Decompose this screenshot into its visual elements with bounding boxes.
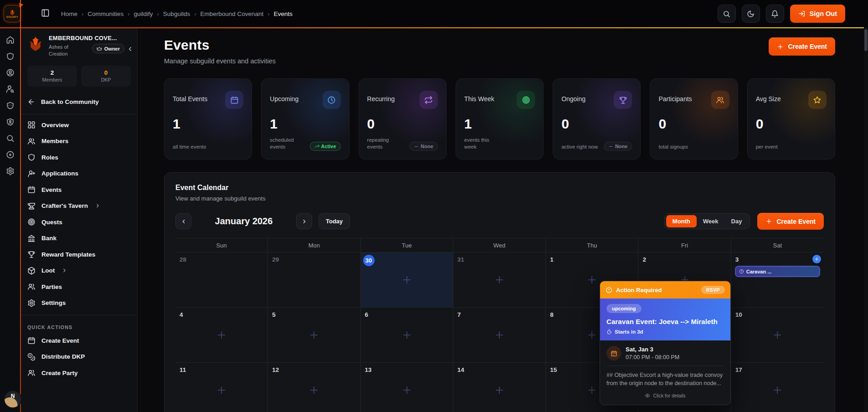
view-tab-day[interactable]: Day [725, 215, 749, 227]
sidebar-item-events[interactable]: Events [20, 182, 137, 198]
calendar-cell-3[interactable]: 3Caravan ... [731, 252, 824, 308]
sidebar-item-bank[interactable]: Bank [20, 230, 137, 247]
calendar-cell-14[interactable]: 14 [453, 363, 546, 412]
sidebar-item-applications[interactable]: Applications [20, 165, 137, 182]
back-to-community-button[interactable]: Back to Community [20, 94, 137, 110]
quick-action-create-party[interactable]: Create Party [20, 365, 137, 381]
app-logo[interactable]: GUILDIFY [4, 5, 21, 22]
calendar-month-label: January 2026 [191, 216, 296, 227]
users-icon [27, 369, 36, 377]
sidebar-item-settings[interactable]: Settings [20, 295, 137, 311]
rail-item-search[interactable] [2, 130, 18, 146]
day-header-tue: Tue [361, 238, 453, 252]
breadcrumb-item-subguilds[interactable]: Subguilds [163, 10, 190, 17]
quick-action-create-event[interactable]: Create Event [20, 333, 137, 349]
view-tab-month[interactable]: Month [666, 215, 697, 227]
calendar-cell-5[interactable]: 5 [268, 308, 360, 363]
card-icon-box [808, 91, 827, 109]
rail-item-user-circle[interactable] [2, 64, 18, 81]
plus-icon [401, 274, 412, 285]
add-event-plus-icon [361, 252, 453, 307]
breadcrumb-item-events[interactable]: Events [274, 10, 293, 17]
search-icon [723, 10, 730, 18]
sidebar-item-reward-templates[interactable]: Reward Templates [20, 247, 137, 263]
stat-card-participants: Participants0total signups [650, 78, 738, 160]
guild-header: EMBERBOUND COVE... Ashes of Creation Own… [20, 27, 137, 62]
calendar-cell-12[interactable]: 12 [268, 363, 360, 412]
plus-icon [401, 330, 412, 340]
sidebar-item-crafter-s-tavern[interactable]: Crafter's Tavern [20, 198, 137, 214]
calendar-cell-6[interactable]: 6 [361, 308, 453, 363]
click-for-details-hint: Click for details [606, 393, 724, 398]
event-title: Caravan Event: Joeva --> Miraleth [606, 318, 724, 325]
calendar-create-event-button[interactable]: Create Event [757, 213, 824, 230]
cell-add-event-button[interactable] [812, 255, 821, 263]
plus-icon [586, 385, 597, 396]
event-popup[interactable]: Action Required RSVP upcoming Caravan Ev… [600, 281, 731, 405]
card-badge-active: Active [310, 142, 341, 151]
rail-item-user-search[interactable] [2, 81, 18, 97]
theme-toggle-button[interactable] [742, 5, 760, 23]
breadcrumb-item-guildify[interactable]: guildify [134, 10, 153, 17]
calendar-cell-17[interactable]: 17 [731, 363, 824, 412]
breadcrumb-item-emberbound-covenant[interactable]: Emberbound Covenant [200, 10, 264, 17]
rail-item-home[interactable] [2, 31, 18, 48]
search-button[interactable] [718, 5, 736, 23]
calendar-cell-28[interactable]: 28 [175, 252, 268, 308]
calendar-cell-13[interactable]: 13 [361, 363, 453, 412]
quick-action-distribute-dkp[interactable]: Distribute DKP [20, 349, 137, 365]
stat-card-upcoming: Upcoming1scheduled eventsActive [261, 78, 349, 160]
breadcrumb-separator: › [82, 10, 83, 17]
rail-item-shield-ellipsis[interactable] [2, 97, 18, 113]
notifications-button[interactable] [766, 5, 784, 23]
breadcrumb-separator: › [128, 10, 129, 17]
trophy-icon [27, 250, 36, 258]
create-event-button[interactable]: Create Event [769, 37, 835, 56]
calendar-cell-30[interactable]: 30 [361, 252, 453, 308]
calendar-cell-29[interactable]: 29 [268, 252, 360, 308]
day-header-wed: Wed [453, 238, 546, 252]
calendar-cell-11[interactable]: 11 [175, 363, 268, 412]
sidebar-item-parties[interactable]: Parties [20, 279, 137, 295]
view-tab-week[interactable]: Week [697, 215, 725, 227]
user-avatar[interactable]: N [4, 390, 22, 408]
rail-item-gear[interactable] [2, 163, 18, 179]
plus-icon [772, 385, 783, 396]
calendar-cell-7[interactable]: 7 [453, 308, 546, 363]
event-date: Sat, Jan 3 [626, 346, 679, 353]
scrollbar-thumb[interactable] [864, 29, 868, 51]
popup-divider [606, 366, 724, 366]
sidebar-item-loot[interactable]: Loot [20, 263, 137, 279]
sign-out-button[interactable]: Sign Out [790, 5, 845, 23]
sidebar-toggle-button[interactable] [38, 7, 52, 21]
next-month-button[interactable] [296, 213, 312, 229]
calendar-cell-4[interactable]: 4 [175, 308, 268, 363]
prev-month-button[interactable] [175, 213, 191, 229]
sidebar-item-members[interactable]: Members [20, 133, 137, 149]
popup-action-required-header: Action Required RSVP [600, 281, 730, 299]
timer-icon [606, 329, 612, 335]
today-button[interactable]: Today [318, 213, 350, 229]
rail-item-shield[interactable] [2, 48, 18, 64]
minus-icon [608, 144, 613, 149]
rail-item-disc[interactable] [2, 146, 18, 163]
guild-sidebar: EMBERBOUND COVE... Ashes of Creation Own… [20, 27, 138, 412]
calendar-event-chip[interactable]: Caravan ... [735, 266, 820, 277]
calendar-cell-10[interactable]: 10 [731, 308, 824, 363]
plus-icon [777, 43, 784, 50]
rail-item-shield-user[interactable] [2, 113, 18, 130]
card-icon-box [711, 91, 729, 109]
calendar-toolbar: January 2026 Today MonthWeekDay Create E… [175, 213, 824, 230]
sidebar-item-quests[interactable]: Quests [20, 214, 137, 231]
card-badge-none: None [409, 142, 438, 151]
sidebar-item-roles[interactable]: Roles [20, 149, 137, 166]
calendar-days-icon [611, 350, 617, 357]
sidebar-item-overview[interactable]: Overview [20, 117, 137, 134]
calendar-cell-31[interactable]: 31 [453, 252, 546, 308]
plus-icon [401, 385, 412, 396]
rsvp-badge: RSVP [701, 286, 725, 294]
page-scrollbar[interactable] [864, 27, 868, 412]
sidebar-collapse-button[interactable] [126, 46, 134, 54]
breadcrumb-item-communities[interactable]: Communities [87, 10, 123, 17]
breadcrumb-item-home[interactable]: Home [61, 10, 77, 17]
